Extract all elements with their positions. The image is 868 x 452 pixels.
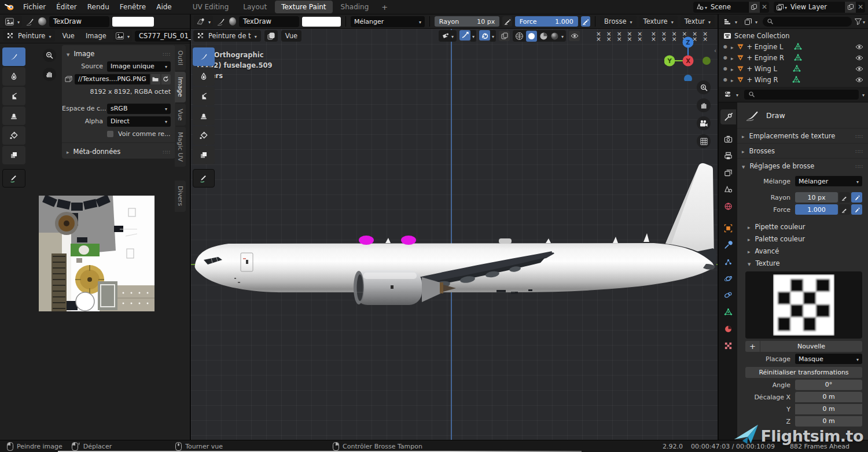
workspace-tab-uv-editing[interactable]: UV Editing <box>186 1 236 13</box>
tab-world[interactable] <box>720 199 736 214</box>
tab-magic-uv[interactable]: Magic UV <box>175 127 186 167</box>
image-datablock-button[interactable] <box>113 30 132 42</box>
rotation-snap-icon[interactable] <box>479 30 490 41</box>
menu-vue[interactable]: Vue <box>58 32 78 40</box>
visibility-eye-icon[interactable] <box>855 55 863 61</box>
tool-draw[interactable] <box>2 47 25 66</box>
panel-grip-icon[interactable] <box>856 162 863 170</box>
expand-icon[interactable] <box>731 54 734 62</box>
tab-vue[interactable]: Vue <box>175 104 186 126</box>
visibility-eye-icon[interactable] <box>855 77 863 83</box>
panel-grip-icon[interactable] <box>163 148 171 156</box>
offset-z-field[interactable]: 0 m <box>795 416 862 427</box>
brush-preview-icon[interactable] <box>38 17 46 25</box>
properties-options-icon[interactable] <box>862 90 865 98</box>
primary-color-swatch[interactable] <box>112 17 154 27</box>
panel-advanced[interactable]: Avancé <box>737 245 868 257</box>
scene-unlink-icon[interactable]: ✕ <box>760 2 769 13</box>
brush-name-field[interactable]: TexDraw <box>239 16 299 27</box>
workspace-tab-shading[interactable]: Shading <box>334 1 376 13</box>
menu-fichier[interactable]: Fichier <box>18 2 51 12</box>
tab-material[interactable] <box>720 321 736 336</box>
visibility-eye-icon[interactable] <box>855 44 863 50</box>
tool-soften[interactable] <box>2 67 25 86</box>
pan-button[interactable] <box>43 68 56 81</box>
menu-rendu[interactable]: Rendu <box>82 2 115 12</box>
menu-aide[interactable]: Aide <box>151 2 177 12</box>
tool-smear[interactable] <box>2 87 25 105</box>
panel-brush-settings[interactable]: Réglages de brosse <box>737 160 868 172</box>
menu-fenetre[interactable]: Fenêtre <box>115 2 151 12</box>
outliner-display-mode-button[interactable] <box>722 16 740 27</box>
overlays-eye-icon[interactable] <box>569 31 580 41</box>
visibility-toggle-icon[interactable] <box>439 30 457 42</box>
viewport-canvas[interactable]: Peinture de t Vue <box>191 29 718 440</box>
brush-preview-icon[interactable] <box>229 17 236 25</box>
paint-mode-dropdown[interactable]: Peinture <box>3 30 55 42</box>
view-layer-selector[interactable]: View Layer ✕ <box>774 2 865 13</box>
tool-fill[interactable] <box>2 126 25 145</box>
workspace-tab-texture-paint[interactable]: Texture Paint <box>275 1 332 13</box>
visibility-eye-icon[interactable] <box>855 66 863 72</box>
shading-rendered-icon[interactable] <box>550 32 559 41</box>
primary-color-swatch[interactable] <box>302 17 341 27</box>
falloff-icon[interactable] <box>459 30 470 41</box>
refresh-icon[interactable] <box>161 74 171 84</box>
scene-copy-icon[interactable] <box>748 2 760 13</box>
new-texture-button[interactable]: + Nouvelle <box>745 341 862 352</box>
outliner-filter-button[interactable] <box>855 17 865 25</box>
shading-material-icon[interactable] <box>539 32 548 41</box>
unknown-toggle-icon[interactable]: ×× <box>596 31 601 42</box>
expand-icon[interactable] <box>731 76 734 84</box>
outliner-item-wing-r[interactable]: ● + Wing R <box>719 74 868 85</box>
mapping-dropdown[interactable]: Masque <box>795 354 862 364</box>
tab-view-layer[interactable] <box>720 165 736 180</box>
unknown-toggle-icon[interactable]: ×× <box>606 31 612 42</box>
strength-pen-icon[interactable] <box>839 204 850 215</box>
tab-constraints[interactable] <box>720 288 736 303</box>
menu-vue[interactable]: Vue <box>281 30 301 42</box>
blender-logo-icon[interactable] <box>5 3 14 11</box>
alpha-dropdown[interactable]: Direct <box>107 116 171 127</box>
tab-outil[interactable]: Outil <box>175 45 186 71</box>
falloff-dropdown[interactable] <box>470 30 476 42</box>
strength-pressure-icon[interactable] <box>581 16 590 27</box>
outliner-filter-image-button[interactable] <box>742 16 760 27</box>
rotation-snap-dropdown[interactable] <box>490 30 496 42</box>
unknown-toggle-icon[interactable]: ×× <box>627 31 632 42</box>
scene-selector[interactable]: Scene ✕ <box>693 2 769 13</box>
blend-dropdown[interactable]: Mélanger <box>795 176 862 186</box>
tab-tool[interactable] <box>720 109 736 124</box>
editor-type-button[interactable] <box>3 16 22 27</box>
offset-y-field[interactable]: 0 m <box>795 404 862 414</box>
image-panel-header[interactable]: Image <box>62 47 175 60</box>
expand-icon[interactable] <box>731 43 734 51</box>
strength-slider[interactable]: 1.000 <box>795 204 838 215</box>
strength-pressure-icon[interactable] <box>851 204 862 215</box>
texture-preview[interactable] <box>745 271 862 339</box>
radius-pen-icon[interactable] <box>839 192 850 203</box>
brush-name-field[interactable]: TexDraw <box>49 16 109 27</box>
view-layer-name[interactable]: View Layer <box>787 3 844 11</box>
panel-texture[interactable]: Texture <box>737 257 868 269</box>
plus-icon[interactable]: + <box>745 341 760 352</box>
properties-editor-type-button[interactable] <box>722 89 741 100</box>
angle-field[interactable]: 0° <box>795 380 862 390</box>
view-layer-remove-icon[interactable]: ✕ <box>856 2 865 13</box>
tab-image[interactable]: Image <box>175 72 186 102</box>
outliner-item-wing-l[interactable]: ● + Wing L <box>719 63 868 74</box>
panel-grip-icon[interactable] <box>163 50 171 58</box>
menu-image[interactable]: Image <box>82 32 111 40</box>
shading-wireframe-icon[interactable] <box>515 32 524 41</box>
tab-object[interactable] <box>720 221 736 236</box>
expand-icon[interactable] <box>731 65 734 73</box>
brush-menu[interactable]: Brosse <box>600 16 636 27</box>
tab-output[interactable] <box>720 148 736 163</box>
blend-mode-dropdown[interactable]: Mélanger <box>351 16 425 27</box>
panel-brushes[interactable]: Brosses <box>737 145 868 157</box>
radius-slider[interactable]: Rayon10 px <box>435 16 500 27</box>
colorspace-dropdown[interactable]: sRGB <box>107 104 171 114</box>
tool-mask[interactable] <box>2 146 25 164</box>
properties-search-input[interactable] <box>744 90 859 100</box>
tab-modifiers[interactable] <box>720 237 736 252</box>
